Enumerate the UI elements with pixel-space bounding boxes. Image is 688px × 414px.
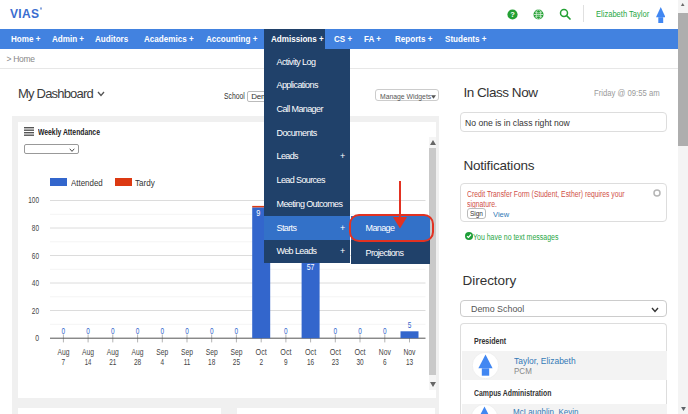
svg-text:100: 100 xyxy=(28,195,39,205)
svg-text:4: 4 xyxy=(161,357,165,367)
svg-text:16: 16 xyxy=(307,357,314,367)
svg-text:0: 0 xyxy=(284,326,288,336)
svg-text:9: 9 xyxy=(256,208,260,218)
svg-text:Sep: Sep xyxy=(230,347,242,357)
svg-text:7: 7 xyxy=(62,357,66,367)
svg-text:Nov: Nov xyxy=(379,347,391,357)
svg-text:14: 14 xyxy=(85,357,92,367)
svg-text:0: 0 xyxy=(111,326,115,336)
svg-text:0: 0 xyxy=(185,326,189,336)
svg-text:0: 0 xyxy=(161,326,165,336)
svg-text:Oct: Oct xyxy=(280,347,292,357)
svg-text:0: 0 xyxy=(358,326,362,336)
svg-text:Aug: Aug xyxy=(132,347,144,357)
svg-text:Nov: Nov xyxy=(404,347,416,357)
svg-text:23: 23 xyxy=(332,357,339,367)
svg-text:0: 0 xyxy=(136,326,140,336)
svg-text:11: 11 xyxy=(184,357,191,367)
svg-text:5: 5 xyxy=(408,320,412,330)
svg-text:18: 18 xyxy=(208,357,215,367)
svg-text:0: 0 xyxy=(383,326,387,336)
svg-text:21: 21 xyxy=(109,357,116,367)
svg-text:28: 28 xyxy=(134,357,141,367)
svg-text:13: 13 xyxy=(406,357,413,367)
svg-text:25: 25 xyxy=(233,357,240,367)
svg-text:Aug: Aug xyxy=(107,347,119,357)
svg-text:57: 57 xyxy=(307,262,315,272)
svg-text:20: 20 xyxy=(32,306,39,316)
svg-text:Oct: Oct xyxy=(305,347,317,357)
svg-text:0: 0 xyxy=(86,326,90,336)
svg-text:9: 9 xyxy=(284,357,288,367)
svg-text:Oct: Oct xyxy=(354,347,366,357)
svg-text:Oct: Oct xyxy=(256,347,268,357)
svg-text:6: 6 xyxy=(383,357,387,367)
svg-text:?: ? xyxy=(510,10,515,19)
svg-text:0: 0 xyxy=(210,326,214,336)
svg-text:Sep: Sep xyxy=(206,347,218,357)
svg-text:80: 80 xyxy=(32,223,39,233)
svg-text:30: 30 xyxy=(356,357,363,367)
svg-text:0: 0 xyxy=(62,326,66,336)
svg-text:0: 0 xyxy=(35,333,39,343)
svg-text:60: 60 xyxy=(32,251,39,261)
svg-text:Sep: Sep xyxy=(156,347,168,357)
svg-text:40: 40 xyxy=(32,278,39,288)
svg-text:2: 2 xyxy=(259,357,263,367)
svg-text:Sep: Sep xyxy=(181,347,193,357)
svg-text:0: 0 xyxy=(235,326,239,336)
svg-text:Aug: Aug xyxy=(57,347,69,357)
svg-text:0: 0 xyxy=(334,326,338,336)
svg-text:Oct: Oct xyxy=(330,347,342,357)
svg-text:Aug: Aug xyxy=(82,347,94,357)
